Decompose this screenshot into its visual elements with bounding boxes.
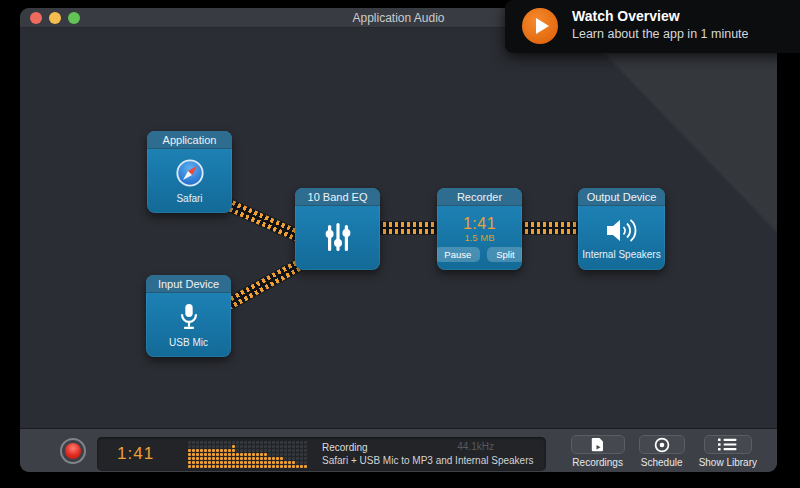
library-list-icon — [704, 435, 752, 454]
sample-rate: 44.1kHz — [457, 441, 494, 452]
schedule-timer-icon — [639, 435, 685, 454]
status-title: Recording — [322, 441, 534, 454]
input-device-block[interactable]: Input Device USB Mic — [146, 275, 231, 357]
record-button[interactable] — [60, 438, 86, 464]
record-icon — [65, 443, 81, 459]
output-device-block-header: Output Device — [578, 188, 665, 206]
minimize-button[interactable] — [49, 12, 61, 24]
speaker-icon — [604, 217, 640, 244]
recorder-time: 1:41 — [463, 215, 496, 233]
recordings-button-label: Recordings — [572, 457, 623, 468]
application-block-header: Application — [147, 131, 232, 149]
notification-title: Watch Overview — [572, 8, 749, 24]
eq-block-header: 10 Band EQ — [295, 188, 380, 206]
schedule-button-label: Schedule — [641, 457, 683, 468]
notification-subtitle: Learn about the app in 1 minute — [572, 27, 749, 41]
status-panel: 1:41 Recording Safari + USB Mic to MP3 a… — [97, 437, 546, 471]
recordings-button[interactable]: Recordings — [571, 435, 625, 468]
recorder-file-size: 1.5 MB — [464, 232, 494, 243]
recordings-file-icon — [571, 435, 625, 454]
output-device-block-label: Internal Speakers — [582, 249, 660, 260]
input-device-block-label: USB Mic — [169, 337, 208, 348]
cable-recorder-to-output — [519, 222, 581, 234]
recorder-block-header: Recorder — [437, 188, 522, 206]
eq-sliders-icon — [321, 221, 355, 255]
show-library-button[interactable]: Show Library — [699, 435, 757, 468]
traffic-lights — [30, 12, 80, 24]
cable-application-to-eq — [223, 198, 302, 242]
split-button[interactable]: Split — [487, 247, 522, 262]
recorder-block[interactable]: Recorder 1:41 1.5 MB Pause Split — [437, 188, 522, 270]
close-button[interactable] — [30, 12, 42, 24]
pause-button[interactable]: Pause — [437, 247, 480, 262]
play-icon — [536, 18, 549, 34]
app-window: Application Audio Application — [20, 8, 777, 472]
cable-eq-to-recorder — [377, 222, 440, 234]
session-canvas: Application Safari — [20, 28, 777, 428]
play-button[interactable] — [522, 8, 558, 44]
cable-input-to-eq — [224, 260, 302, 310]
application-block[interactable]: Application Safari — [147, 131, 232, 213]
bottom-toolbar: 1:41 Recording Safari + USB Mic to MP3 a… — [20, 428, 777, 472]
eq-block[interactable]: 10 Band EQ — [295, 188, 380, 270]
schedule-button[interactable]: Schedule — [639, 435, 685, 468]
status-detail: Safari + USB Mic to MP3 and Internal Spe… — [322, 454, 534, 467]
application-block-label: Safari — [176, 193, 202, 204]
toolbar-buttons: Recordings Schedule — [571, 435, 757, 468]
zoom-button[interactable] — [68, 12, 80, 24]
recording-timer: 1:41 — [117, 444, 154, 464]
safari-icon — [175, 158, 205, 188]
mic-icon — [176, 302, 202, 332]
show-library-button-label: Show Library — [699, 457, 757, 468]
output-device-block[interactable]: Output Device Internal Speakers — [578, 188, 665, 270]
watch-overview-banner[interactable]: Watch Overview Learn about the app in 1 … — [505, 0, 800, 53]
window-title: Application Audio — [352, 11, 444, 25]
input-device-block-header: Input Device — [146, 275, 231, 293]
vu-meter — [188, 441, 307, 468]
